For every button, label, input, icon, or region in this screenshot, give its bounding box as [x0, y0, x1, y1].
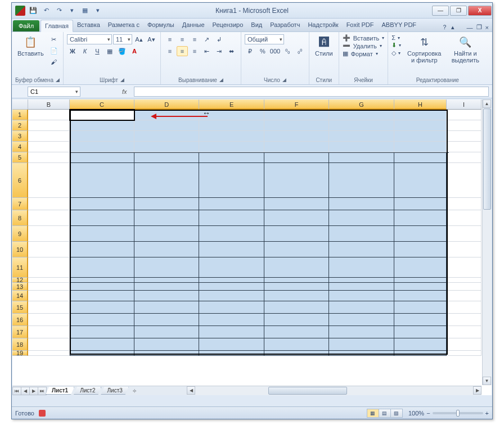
- zoom-level[interactable]: 100%: [408, 410, 424, 417]
- help-button[interactable]: ？: [442, 23, 448, 31]
- cell-D9[interactable]: [134, 226, 199, 242]
- cell-H3[interactable]: [394, 131, 447, 142]
- column-header-G[interactable]: G: [329, 100, 394, 110]
- cell-G4[interactable]: [329, 142, 394, 152]
- font-launcher[interactable]: ◢: [120, 77, 124, 83]
- cell-B4[interactable]: [28, 142, 70, 152]
- cell-G14[interactable]: [329, 291, 394, 301]
- cell-I1[interactable]: [447, 110, 482, 120]
- cell-G17[interactable]: [329, 326, 394, 338]
- cell-H15[interactable]: [394, 301, 447, 314]
- paste-button[interactable]: 📋 Вставить: [15, 34, 46, 58]
- cell-F2[interactable]: [264, 120, 329, 131]
- sort-filter-button[interactable]: ⇅ Сортировка и фильтр: [403, 34, 445, 65]
- cell-C12[interactable]: [70, 278, 134, 283]
- cell-H17[interactable]: [394, 326, 447, 338]
- orientation-button[interactable]: ↗: [201, 34, 213, 44]
- cell-I15[interactable]: [447, 301, 482, 314]
- cell-D13[interactable]: [134, 283, 199, 291]
- cell-D19[interactable]: [134, 351, 199, 356]
- cell-C15[interactable]: [70, 301, 134, 314]
- font-size-combo[interactable]: 11: [113, 34, 132, 44]
- row-header-8[interactable]: 8: [12, 210, 28, 226]
- cell-G3[interactable]: [329, 131, 394, 142]
- maximize-button[interactable]: ❐: [450, 6, 467, 16]
- cell-E13[interactable]: [199, 283, 264, 291]
- scroll-up-button[interactable]: ▲: [483, 100, 491, 108]
- cell-H13[interactable]: [394, 283, 447, 291]
- cell-H14[interactable]: [394, 291, 447, 301]
- currency-button[interactable]: ₽: [245, 46, 256, 56]
- grow-font-button[interactable]: A▴: [133, 34, 145, 44]
- cell-G18[interactable]: [329, 338, 394, 351]
- cell-H19[interactable]: [394, 351, 447, 356]
- cell-E15[interactable]: [199, 301, 264, 314]
- sheet-tab-Лист3[interactable]: Лист3: [101, 387, 128, 395]
- decrease-indent[interactable]: ⇤: [201, 46, 213, 56]
- cell-F3[interactable]: [264, 131, 329, 142]
- font-color-button[interactable]: A: [129, 46, 140, 56]
- fill-color-button[interactable]: 🪣: [116, 46, 128, 56]
- cell-D17[interactable]: [134, 326, 199, 338]
- column-header-C[interactable]: C: [70, 100, 134, 110]
- cell-B18[interactable]: [28, 338, 70, 351]
- cell-H4[interactable]: [394, 142, 447, 152]
- cell-F4[interactable]: [264, 142, 329, 152]
- app-icon[interactable]: [15, 6, 25, 16]
- cell-D15[interactable]: [134, 301, 199, 314]
- mdi-maximize[interactable]: ❐: [476, 24, 482, 31]
- cell-G19[interactable]: [329, 351, 394, 356]
- cell-E10[interactable]: [199, 242, 264, 257]
- cell-C6[interactable]: [70, 163, 134, 198]
- hscroll-thumb[interactable]: [268, 387, 347, 395]
- cell-B7[interactable]: [28, 198, 70, 210]
- cell-C5[interactable]: [70, 152, 134, 163]
- new-sheet-button[interactable]: ✧: [129, 388, 140, 394]
- ribbon-tab-надстройк[interactable]: Надстройк: [304, 19, 342, 31]
- sheet-tab-Лист1[interactable]: Лист1: [46, 387, 74, 395]
- column-header-I[interactable]: I: [447, 100, 482, 110]
- cell-E16[interactable]: [199, 314, 264, 326]
- clipboard-launcher[interactable]: ◢: [56, 77, 60, 83]
- cell-E5[interactable]: [199, 152, 264, 163]
- cell-F6[interactable]: [264, 163, 329, 198]
- number-format-combo[interactable]: Общий: [245, 34, 284, 44]
- cell-F5[interactable]: [264, 152, 329, 163]
- cell-D10[interactable]: [134, 242, 199, 257]
- cell-E7[interactable]: [199, 198, 264, 210]
- file-tab[interactable]: Файл: [13, 20, 39, 31]
- ribbon-tab-разработч[interactable]: Разработч: [266, 19, 304, 31]
- cell-I6[interactable]: [447, 163, 482, 198]
- cell-D2[interactable]: [134, 120, 199, 131]
- column-header-H[interactable]: H: [394, 100, 447, 110]
- cell-E18[interactable]: [199, 338, 264, 351]
- cell-D4[interactable]: [134, 142, 199, 152]
- row-header-2[interactable]: 2: [12, 120, 28, 131]
- cell-D7[interactable]: [134, 198, 199, 210]
- cell-F15[interactable]: [264, 301, 329, 314]
- ribbon-tab-формулы[interactable]: Формулы: [143, 19, 178, 31]
- cell-G11[interactable]: [329, 257, 394, 278]
- cell-E11[interactable]: [199, 257, 264, 278]
- cell-B15[interactable]: [28, 301, 70, 314]
- row-header-14[interactable]: 14: [12, 291, 28, 301]
- cell-G16[interactable]: [329, 314, 394, 326]
- cell-B1[interactable]: [28, 110, 70, 120]
- cell-D1[interactable]: [134, 110, 199, 120]
- cell-H11[interactable]: [394, 257, 447, 278]
- cell-H6[interactable]: [394, 163, 447, 198]
- number-launcher[interactable]: ◢: [282, 77, 286, 83]
- cell-I8[interactable]: [447, 210, 482, 226]
- cell-H10[interactable]: [394, 242, 447, 257]
- column-header-F[interactable]: F: [264, 100, 329, 110]
- qat-dropdown[interactable]: ▾: [66, 5, 78, 16]
- cell-H9[interactable]: [394, 226, 447, 242]
- select-all-corner[interactable]: [12, 100, 28, 110]
- cell-C16[interactable]: [70, 314, 134, 326]
- shrink-font-button[interactable]: A▾: [146, 34, 157, 44]
- row-header-11[interactable]: 11: [12, 257, 28, 278]
- cell-F1[interactable]: [264, 110, 329, 120]
- cell-E19[interactable]: [199, 351, 264, 356]
- zoom-in-button[interactable]: +: [485, 410, 489, 417]
- cell-C8[interactable]: [70, 210, 134, 226]
